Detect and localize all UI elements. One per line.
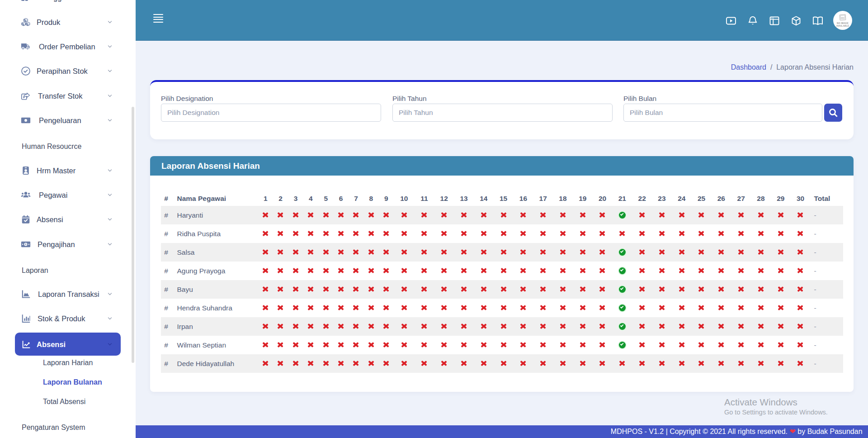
- svg-text:NO IMAGE: NO IMAGE: [837, 22, 849, 24]
- svg-text:AVAILABLE: AVAILABLE: [836, 25, 849, 27]
